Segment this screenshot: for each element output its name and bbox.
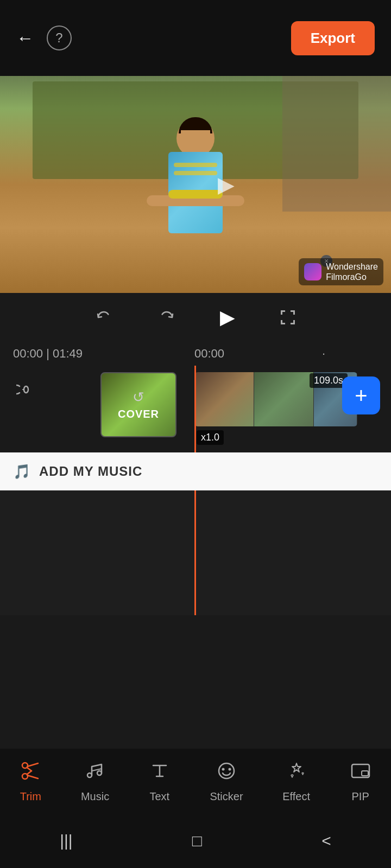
help-button[interactable]: ? [47,25,72,50]
timeline-track: ↺ COVER 109.0s x1.0 + [0,366,391,452]
filmora-logo [304,263,321,280]
toolbar-item-trim[interactable]: Trim [20,760,41,803]
effect-icon [286,760,307,786]
svg-rect-13 [362,771,368,776]
clip-speed-badge: x1.0 [197,430,224,445]
toolbar-item-sticker[interactable]: Sticker [210,760,243,803]
toolbar-item-pip[interactable]: PIP [350,760,371,803]
trim-label: Trim [20,790,41,803]
nav-menu-button[interactable]: ||| [60,832,72,850]
back-button[interactable]: ← [16,28,34,48]
music-icon [84,760,106,786]
fullscreen-button[interactable] [279,308,297,327]
svg-line-3 [27,763,38,767]
effect-label: Effect [282,790,310,803]
svg-point-10 [222,768,225,770]
undo-button[interactable] [94,308,113,327]
time-marker-1: 00:00 [194,347,224,361]
audio-icon [16,381,34,402]
text-icon [149,760,171,786]
toolbar-item-effect[interactable]: Effect [282,760,310,803]
add-clip-button[interactable]: + [342,376,380,414]
svg-line-4 [27,775,38,778]
svg-point-0 [24,386,28,393]
timeline-empty-area [0,490,391,615]
play-overlay-icon: ▶ [218,172,235,197]
system-nav: ||| □ < [0,814,391,868]
svg-point-9 [219,763,234,778]
video-frame: ▶ × WondershareFilmoraGo [0,76,391,293]
pip-label: PIP [352,790,369,803]
export-button[interactable]: Export [291,21,375,55]
video-preview: ▶ × WondershareFilmoraGo [0,76,391,293]
music-note-icon: 🎵 [13,463,30,480]
svg-line-5 [27,768,31,771]
nav-home-button[interactable]: □ [192,832,202,850]
add-music-bar[interactable]: 🎵 ADD MY MUSIC [0,452,391,490]
clip-frame-1 [194,372,254,426]
svg-line-6 [27,771,31,774]
text-label: Text [149,790,169,803]
time-markers: 00:00 · 00:02 · [194,347,391,361]
music-label: Music [81,790,109,803]
time-dot-1: · [322,347,325,361]
svg-point-11 [229,768,231,770]
redo-button[interactable] [157,308,176,327]
trim-icon [20,760,41,786]
bottom-toolbar: Trim Music Text [0,749,391,814]
svg-point-7 [87,773,92,777]
time-display: 00:00 | 01:49 00:00 · 00:02 · [0,342,391,366]
pip-icon [350,760,371,786]
play-button[interactable]: ▶ [220,306,235,329]
watermark-text: WondershareFilmoraGo [326,261,378,282]
cover-label: COVER [118,408,159,420]
svg-point-8 [97,771,102,775]
cover-thumbnail[interactable]: ↺ COVER [100,372,176,437]
time-current: 00:00 | 01:49 [13,347,83,361]
nav-back-button[interactable]: < [321,832,331,850]
sticker-label: Sticker [210,790,243,803]
top-bar: ← ? Export [0,0,391,76]
top-bar-left: ← ? [16,25,72,50]
toolbar-item-text[interactable]: Text [149,760,171,803]
cover-refresh-icon: ↺ [133,389,144,406]
watermark: WondershareFilmoraGo [299,258,383,285]
playhead-line-empty [194,490,196,615]
controls-bar: ▶ [0,293,391,342]
toolbar-item-music[interactable]: Music [81,760,109,803]
clip-frame-2 [254,372,314,426]
add-music-label: ADD MY MUSIC [39,464,142,479]
sticker-icon [216,760,237,786]
playhead [194,366,196,452]
